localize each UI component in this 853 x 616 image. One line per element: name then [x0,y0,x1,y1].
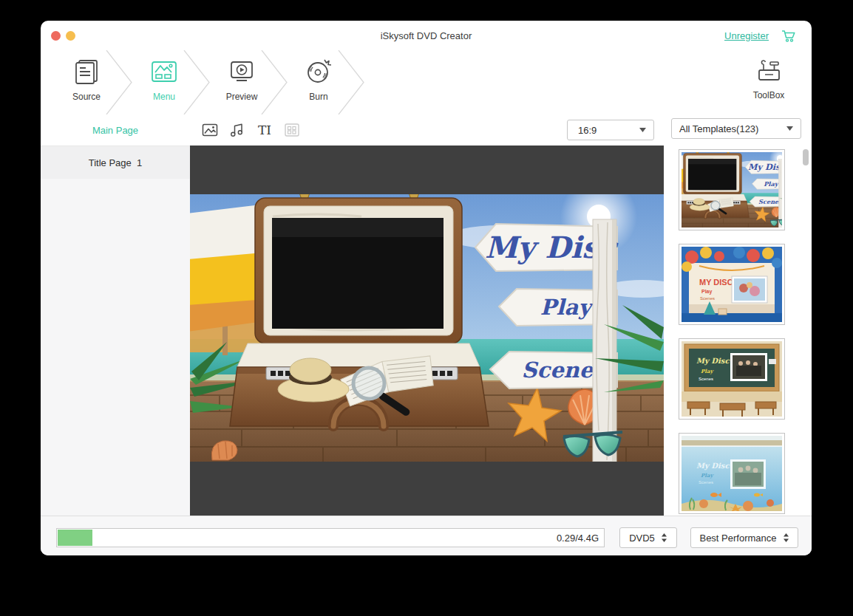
stepper-arrows-icon [783,533,789,543]
image-icon [202,122,218,138]
disc-type-value: DVD5 [629,533,655,544]
music-note-icon [229,122,245,138]
template-thumbnail-beach[interactable] [679,149,785,230]
unregister-link[interactable]: Unregister [724,30,769,41]
svg-text:Scenes: Scenes [700,296,715,301]
step-menu[interactable]: Menu [123,58,205,102]
toolbox-icon [754,58,784,86]
menu-preview-canvas[interactable] [190,194,664,462]
svg-text:Play: Play [701,472,714,479]
svg-text:TI: TI [258,123,271,137]
template-thumbnail-birthday[interactable]: MY DISC Play Scenes [679,244,785,325]
svg-text:Play: Play [701,289,713,295]
frame-grid-icon [284,122,300,138]
menu-preview-area [190,146,664,516]
svg-text:My Disc: My Disc [696,357,730,366]
step-source[interactable]: Source [46,58,127,102]
step-preview[interactable]: Preview [201,58,282,102]
svg-text:My Disc: My Disc [696,462,730,470]
svg-text:Scenes: Scenes [699,377,713,381]
burn-disc-icon [305,58,333,86]
quality-select[interactable]: Best Performance [690,527,798,548]
aspect-ratio-value: 16:9 [578,125,597,136]
cart-icon[interactable] [781,28,797,43]
pages-sidebar: Main Page Title Page 1 [41,114,190,516]
templates-filter-select[interactable]: All Templates(123) [671,118,801,139]
templates-filter-value: All Templates(123) [679,123,758,134]
template-thumbnail-classroom[interactable]: My Disc Play Scenes [679,338,785,420]
bottom-bar: 0.29/4.4G DVD5 Best Performance [41,516,812,555]
aspect-ratio-select[interactable]: 16:9 [567,120,654,140]
step-menu-label: Menu [153,92,175,102]
minimize-button[interactable] [66,31,75,41]
disc-capacity-bar: 0.29/4.4G [56,528,605,547]
close-button[interactable] [51,31,61,41]
svg-text:Play: Play [701,368,714,374]
add-music-button[interactable] [228,121,246,139]
step-preview-label: Preview [226,92,258,102]
title-bar: iSkysoft DVD Creator Unregister [41,21,812,50]
step-source-label: Source [72,92,101,102]
text-tool-icon: TI [256,122,273,138]
add-image-button[interactable] [201,121,219,139]
toolbox-button[interactable]: ToolBox [732,58,806,100]
frame-style-button-disabled[interactable] [283,121,301,139]
add-text-button[interactable]: TI [256,121,273,139]
disc-type-select[interactable]: DVD5 [619,527,677,548]
editor-toolbar: TI 16:9 [190,114,664,146]
stepper-arrows-icon [661,533,667,543]
preview-player-icon [228,58,256,86]
source-documents-icon [72,58,101,86]
app-window: iSkysoft DVD Creator Unregister Source [41,21,812,555]
window-title: iSkysoft DVD Creator [41,21,812,50]
quality-value: Best Performance [699,533,776,544]
svg-text:Scenes: Scenes [699,480,713,485]
step-burn-label: Burn [309,92,327,102]
steps-toolbar: Source Menu Preview [41,50,812,115]
chevron-down-icon [786,126,793,131]
disc-capacity-fill [58,530,92,546]
templates-scrollbar[interactable] [803,149,809,165]
template-thumbnail-underwater[interactable]: My Disc Play Scenes [679,433,785,514]
menu-template-icon [150,58,178,86]
step-burn[interactable]: Burn [278,58,359,102]
chevron-down-icon [639,128,646,132]
svg-text:MY DISC: MY DISC [699,278,733,287]
toolbox-label: ToolBox [753,90,785,100]
templates-panel: All Templates(123) MY DISC [664,114,812,516]
sidebar-item-title-page[interactable]: Title Page 1 [41,146,190,179]
sidebar-item-main-page[interactable]: Main Page [41,114,190,146]
disc-capacity-text: 0.29/4.4G [557,529,599,547]
